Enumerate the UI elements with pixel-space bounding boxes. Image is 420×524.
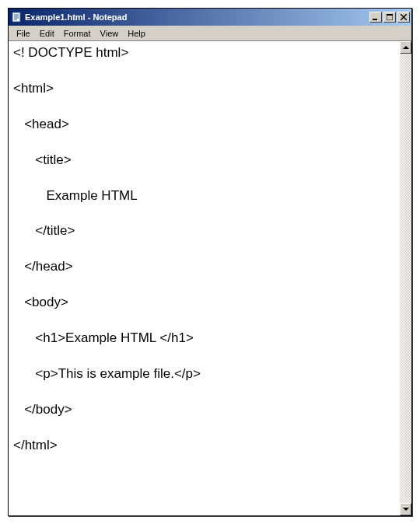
svg-rect-0 bbox=[12, 12, 20, 22]
scroll-down-button[interactable] bbox=[400, 503, 411, 515]
vertical-scrollbar[interactable] bbox=[399, 41, 411, 515]
scroll-track[interactable] bbox=[400, 54, 411, 503]
arrow-up-icon bbox=[403, 46, 409, 49]
menu-help[interactable]: Help bbox=[123, 28, 150, 39]
svg-rect-5 bbox=[373, 19, 377, 20]
close-button[interactable] bbox=[397, 12, 410, 23]
menu-edit[interactable]: Edit bbox=[35, 28, 59, 39]
menu-view[interactable]: View bbox=[96, 28, 124, 39]
minimize-button[interactable] bbox=[369, 12, 382, 23]
menu-file[interactable]: File bbox=[12, 28, 35, 39]
titlebar[interactable]: Example1.html - Notepad bbox=[9, 9, 411, 26]
editor-area: <! DOCTYPE html> <html> <head> <title> E… bbox=[9, 40, 411, 515]
scroll-up-button[interactable] bbox=[400, 41, 411, 54]
menubar: File Edit Format View Help bbox=[9, 26, 411, 40]
menu-format[interactable]: Format bbox=[59, 28, 96, 39]
text-editor[interactable]: <! DOCTYPE html> <html> <head> <title> E… bbox=[9, 41, 399, 515]
maximize-button[interactable] bbox=[383, 12, 396, 23]
arrow-down-icon bbox=[403, 508, 409, 511]
notepad-icon bbox=[10, 11, 23, 23]
window-controls bbox=[368, 12, 410, 23]
window-title: Example1.html - Notepad bbox=[25, 12, 368, 22]
notepad-window: Example1.html - Notepad File Edit Format… bbox=[8, 8, 412, 516]
svg-rect-7 bbox=[387, 14, 393, 16]
